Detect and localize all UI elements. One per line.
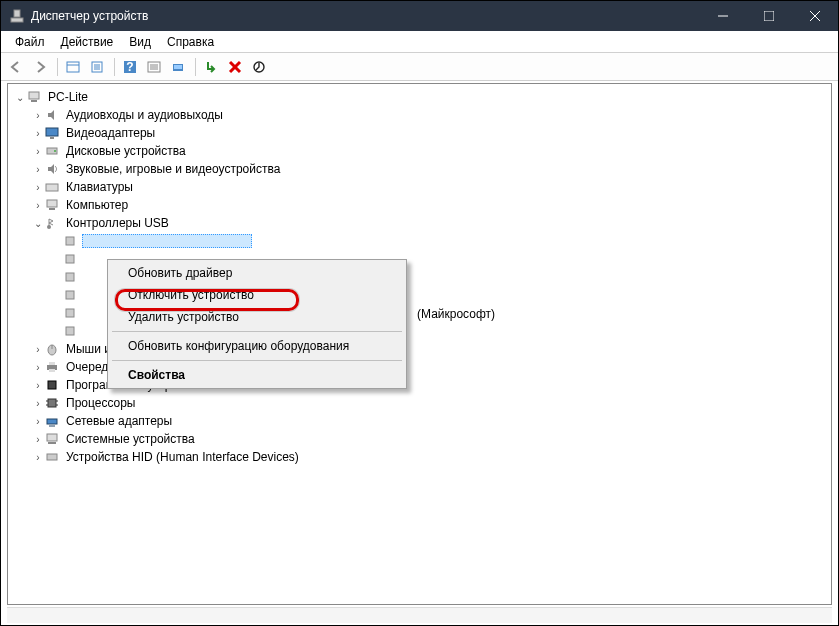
back-button[interactable] (5, 56, 27, 78)
usb-device-icon (62, 323, 78, 339)
cm-separator (112, 331, 402, 332)
menu-view[interactable]: Вид (121, 33, 159, 51)
usb-device-icon (62, 287, 78, 303)
computer-icon (26, 89, 42, 105)
svg-rect-29 (46, 184, 58, 191)
microsoft-label-peek: (Майкрософт) (417, 307, 495, 321)
context-menu: Обновить драйвер Отключить устройство Уд… (107, 259, 407, 389)
svg-rect-35 (66, 255, 74, 263)
caret-icon[interactable] (32, 200, 44, 211)
caret-icon[interactable] (32, 128, 44, 139)
svg-rect-0 (11, 18, 23, 22)
svg-text:?: ? (126, 60, 133, 74)
caret-icon[interactable] (32, 416, 44, 427)
usb-icon (44, 215, 60, 231)
tree-node-keyboard[interactable]: Клавиатуры (8, 178, 831, 196)
svg-rect-44 (49, 369, 55, 372)
svg-rect-26 (50, 137, 54, 139)
svg-rect-51 (47, 419, 57, 424)
cm-scan-hardware[interactable]: Обновить конфигурацию оборудования (110, 335, 404, 357)
cpu-icon (44, 395, 60, 411)
disk-icon (44, 143, 60, 159)
tree-node-system[interactable]: Системные устройства (8, 430, 831, 448)
forward-button[interactable] (29, 56, 51, 78)
menubar: Файл Действие Вид Справка (1, 31, 838, 53)
tree-node-soundgame[interactable]: Звуковые, игровые и видеоустройства (8, 160, 831, 178)
svg-rect-37 (66, 291, 74, 299)
hid-icon (44, 449, 60, 465)
cm-separator (112, 360, 402, 361)
caret-icon[interactable] (32, 452, 44, 463)
uninstall-button[interactable] (224, 56, 246, 78)
svg-rect-19 (174, 65, 182, 69)
cm-update-driver[interactable]: Обновить драйвер (110, 262, 404, 284)
usb-device-icon (62, 305, 78, 321)
properties-button[interactable] (86, 56, 108, 78)
keyboard-icon (44, 179, 60, 195)
titlebar: Диспетчер устройств (1, 1, 838, 31)
display-icon (44, 125, 60, 141)
caret-icon[interactable] (32, 434, 44, 445)
computer-icon (44, 197, 60, 213)
help-button[interactable]: ? (119, 56, 141, 78)
usb-device-icon (62, 251, 78, 267)
caret-icon[interactable] (14, 92, 26, 103)
tree-node-usb[interactable]: Контроллеры USB (8, 214, 831, 232)
statusbar (7, 607, 832, 623)
cm-uninstall-device[interactable]: Удалить устройство (110, 306, 404, 328)
svg-rect-53 (47, 434, 57, 441)
tree-node-computer[interactable]: Компьютер (8, 196, 831, 214)
audio-icon (44, 107, 60, 123)
chip-icon (44, 377, 60, 393)
svg-rect-31 (47, 200, 57, 207)
menu-help[interactable]: Справка (159, 33, 222, 51)
svg-rect-38 (66, 309, 74, 317)
tree-node-hid[interactable]: Устройства HID (Human Interface Devices) (8, 448, 831, 466)
svg-rect-43 (49, 362, 55, 365)
enable-device-button[interactable] (200, 56, 222, 78)
maximize-button[interactable] (746, 1, 792, 31)
cm-properties[interactable]: Свойства (110, 364, 404, 386)
caret-icon[interactable] (32, 182, 44, 193)
cm-disable-device[interactable]: Отключить устройство (110, 284, 404, 306)
svg-rect-45 (48, 381, 56, 389)
svg-rect-32 (49, 208, 55, 210)
caret-icon[interactable] (32, 146, 44, 157)
usb-device-icon (62, 269, 78, 285)
svg-rect-46 (48, 399, 56, 407)
svg-rect-39 (66, 327, 74, 335)
svg-rect-36 (66, 273, 74, 281)
caret-icon[interactable] (32, 110, 44, 121)
tree-node-video[interactable]: Видеоадаптеры (8, 124, 831, 142)
app-icon (9, 8, 25, 24)
close-button[interactable] (792, 1, 838, 31)
svg-rect-25 (46, 128, 58, 136)
caret-icon[interactable] (32, 380, 44, 391)
tree-node-usb-child-selected[interactable] (8, 232, 831, 250)
update-driver-button[interactable] (248, 56, 270, 78)
svg-rect-3 (764, 11, 774, 21)
menu-action[interactable]: Действие (53, 33, 122, 51)
minimize-button[interactable] (700, 1, 746, 31)
toolbar: ? (1, 53, 838, 81)
tree-node-audio[interactable]: Аудиовходы и аудиовыходы (8, 106, 831, 124)
svg-rect-34 (66, 237, 74, 245)
show-hide-console-button[interactable] (62, 56, 84, 78)
list-button[interactable] (143, 56, 165, 78)
caret-icon[interactable] (32, 398, 44, 409)
window-title: Диспетчер устройств (31, 9, 700, 23)
system-icon (44, 431, 60, 447)
tree-root[interactable]: PC-Lite (8, 88, 831, 106)
scan-hardware-button[interactable] (167, 56, 189, 78)
caret-icon[interactable] (32, 362, 44, 373)
mouse-icon (44, 341, 60, 357)
tree-node-netadapter[interactable]: Сетевые адаптеры (8, 412, 831, 430)
menu-file[interactable]: Файл (7, 33, 53, 51)
caret-icon[interactable] (32, 344, 44, 355)
tree-node-disk[interactable]: Дисковые устройства (8, 142, 831, 160)
svg-point-28 (54, 150, 56, 152)
network-icon (44, 413, 60, 429)
caret-icon[interactable] (32, 164, 44, 175)
caret-icon[interactable] (32, 218, 44, 229)
tree-node-cpu[interactable]: Процессоры (8, 394, 831, 412)
